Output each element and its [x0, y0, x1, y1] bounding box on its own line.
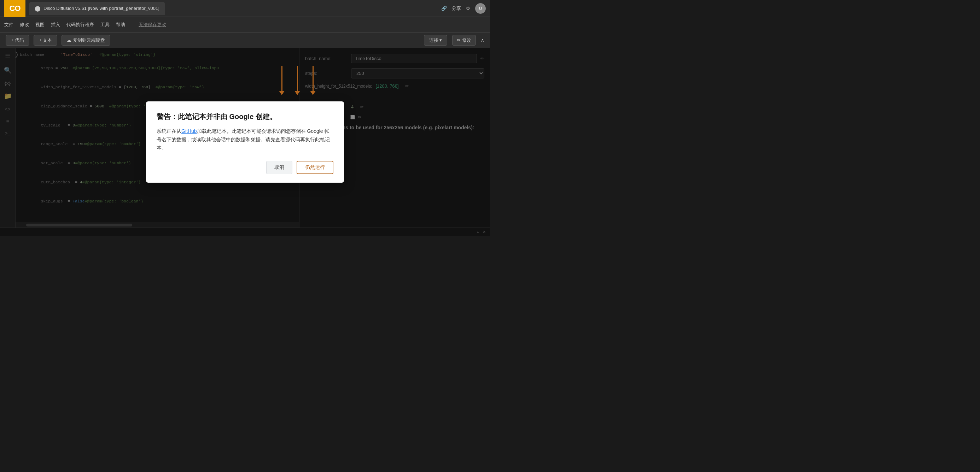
dialog-body: 系统正在从GitHub加载此笔记本。此笔记本可能会请求访问您存储在 Google… [157, 127, 333, 152]
cancel-button[interactable]: 取消 [266, 161, 293, 174]
toolbar-right: 连接 ▾ ✏ 修改 ∧ [424, 35, 484, 46]
cell-toolbar: + 代码 + 文本 ☁ 复制到云端硬盘 连接 ▾ ✏ 修改 ∧ [0, 33, 490, 48]
collapse-icon[interactable]: ∧ [481, 38, 484, 43]
arrow-line [282, 66, 283, 91]
browser-actions: 🔗 分享 ⚙ U [441, 3, 486, 14]
tab-title: Disco Diffusion v5.61 [Now with portrait… [43, 6, 159, 11]
edit-button[interactable]: ✏ 修改 [452, 35, 476, 46]
arrow-2 [294, 66, 300, 95]
arrow-head [310, 91, 316, 95]
menu-insert[interactable]: 插入 [51, 22, 60, 28]
dialog-buttons: 取消 仍然运行 [157, 161, 333, 174]
share-label[interactable]: 分享 [452, 5, 461, 12]
share-icon: 🔗 [441, 6, 447, 11]
arrow-1 [279, 66, 285, 95]
avatar[interactable]: U [475, 3, 486, 14]
github-link[interactable]: GitHub [181, 128, 197, 134]
tab-area: ⬤ Disco Diffusion v5.61 [Now with portra… [29, 0, 438, 17]
dialog-body-part1: 系统正在从 [157, 128, 181, 134]
menu-view[interactable]: 视图 [35, 22, 45, 28]
run-anyway-button[interactable]: 仍然运行 [297, 161, 333, 174]
notebook-menu: 文件 修改 视图 插入 代码执行程序 工具 帮助 无法保存更改 [0, 17, 490, 33]
active-tab[interactable]: ⬤ Disco Diffusion v5.61 [Now with portra… [29, 2, 165, 15]
dialog-overlay: 警告：此笔记本并非由 Google 创建。 系统正在从GitHub加载此笔记本。… [0, 48, 490, 236]
warning-dialog: 警告：此笔记本并非由 Google 创建。 系统正在从GitHub加载此笔记本。… [146, 101, 344, 183]
unsaved-label[interactable]: 无法保存更改 [138, 22, 166, 28]
github-icon: ⬤ [35, 5, 41, 12]
menu-help[interactable]: 帮助 [116, 22, 125, 28]
colab-logo: CO [4, 0, 25, 17]
menu-file[interactable]: 文件 [4, 22, 13, 28]
main-content: ☰ 🔍 {x} 📁 <> ≡ >_ ▶ batch_name = 'TimeTo… [0, 48, 490, 236]
add-code-button[interactable]: + 代码 [6, 35, 29, 46]
arrow-head [279, 91, 285, 95]
menu-runtime[interactable]: 代码执行程序 [67, 22, 94, 28]
menu-items: 文件 修改 视图 插入 代码执行程序 工具 帮助 无法保存更改 [4, 22, 166, 28]
connect-button[interactable]: 连接 ▾ [424, 35, 447, 46]
arrows-container [279, 66, 316, 95]
arrow-line [312, 66, 313, 91]
dialog-title: 警告：此笔记本并非由 Google 创建。 [157, 112, 333, 122]
copy-cloud-button[interactable]: ☁ 复制到云端硬盘 [62, 35, 110, 46]
menu-edit[interactable]: 修改 [20, 22, 29, 28]
arrow-3 [310, 66, 316, 95]
menu-tools[interactable]: 工具 [100, 22, 110, 28]
arrow-line [297, 66, 298, 91]
browser-bar: CO ⬤ Disco Diffusion v5.61 [Now with por… [0, 0, 490, 17]
settings-icon[interactable]: ⚙ [466, 6, 470, 11]
arrow-head [294, 91, 300, 95]
add-text-button[interactable]: + 文本 [33, 35, 57, 46]
